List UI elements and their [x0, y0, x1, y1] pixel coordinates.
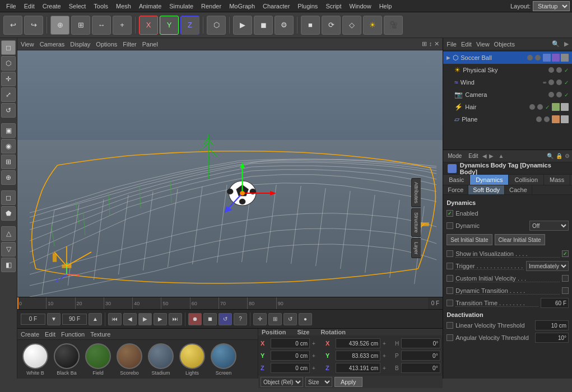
redo-btn[interactable]: ↪ — [24, 16, 43, 35]
attr-edit-btn[interactable]: Edit — [466, 153, 480, 159]
select-tool[interactable]: + — [113, 16, 132, 35]
step-forward-btn[interactable]: ▶ — [154, 313, 167, 325]
scene-obj-soccerball[interactable]: ▶ ⬡ Soccer Ball — [443, 52, 572, 64]
material-stadium[interactable]: Stadium — [146, 343, 175, 376]
trans-time-checkbox[interactable] — [447, 300, 453, 306]
menu-animate[interactable]: Animate — [135, 0, 165, 12]
scene-file-menu[interactable]: File — [447, 41, 457, 48]
menu-render[interactable]: Render — [197, 0, 225, 12]
attr-tab-basic[interactable]: Basic — [443, 175, 470, 185]
scene-obj-camera[interactable]: 📷 Camera ✓ — [443, 88, 572, 101]
axis-tool[interactable]: ⊕ — [1, 170, 16, 185]
scene-obj-physicalsky[interactable]: ☀ Physical Sky ✓ — [443, 64, 572, 76]
material-scoreboard[interactable]: Scorebo — [115, 343, 144, 376]
deform-btn[interactable]: ◇ — [342, 16, 361, 35]
plane-tag-1[interactable] — [552, 115, 560, 123]
stop-btn[interactable]: ⏹ — [203, 313, 217, 325]
menu-mograph[interactable]: MoGraph — [225, 0, 259, 12]
soccerball-vis-dot[interactable] — [527, 55, 533, 60]
physicalsky-render-dot[interactable] — [556, 67, 562, 73]
undo-btn[interactable]: ↩ — [3, 16, 22, 35]
end-frame-input[interactable] — [62, 314, 87, 325]
menu-file[interactable]: File — [2, 0, 20, 12]
viewport[interactable]: Perspective — [17, 50, 443, 297]
wind-render-dot[interactable] — [556, 80, 562, 85]
object-mode-btn[interactable]: ⬡ — [207, 16, 226, 35]
wind-vis-dot[interactable] — [548, 80, 554, 85]
loop-btn[interactable]: ↺ — [218, 313, 232, 325]
rot-pb-btn[interactable]: ↺ — [283, 313, 297, 325]
attr-up-btn[interactable]: ▲ — [498, 153, 504, 159]
go-end-btn[interactable]: ⏭ — [169, 313, 182, 325]
camera-btn[interactable]: 🎥 — [384, 16, 403, 35]
scene-objects-menu[interactable]: Objects — [494, 41, 515, 48]
rot-b-input[interactable] — [401, 363, 440, 373]
select-tool-left[interactable]: ◻ — [1, 40, 16, 55]
show-vis-check-right[interactable]: ✓ — [562, 250, 569, 257]
floor-tool[interactable]: ▽ — [1, 242, 16, 256]
rotate-tool-left[interactable]: ↺ — [1, 103, 16, 118]
side-tab-attributes[interactable]: Attributes — [411, 178, 421, 207]
material-black[interactable]: Black Ba — [52, 343, 81, 376]
scene-arrow-icon[interactable]: ▶ — [564, 40, 569, 48]
side-tab-layer[interactable]: Layer — [411, 238, 421, 259]
menu-simulate[interactable]: Simulate — [165, 0, 197, 12]
attr-lock-icon[interactable]: 🔒 — [556, 153, 562, 159]
workplane-tool[interactable]: ⊞ — [1, 155, 16, 169]
camera-render-dot[interactable] — [556, 92, 562, 97]
viewport-fullscreen-icon[interactable]: ↕ — [429, 40, 433, 48]
material-field-ball[interactable] — [85, 343, 111, 369]
scale-tool[interactable]: ↔ — [92, 16, 111, 35]
y-axis-btn[interactable]: Y — [160, 16, 179, 35]
attr-forward-btn[interactable]: ▶ — [489, 153, 494, 159]
scene-view-menu[interactable]: View — [476, 41, 490, 48]
step-back-btn[interactable]: ◀ — [123, 313, 137, 325]
attr-back-btn[interactable]: ◀ — [482, 153, 487, 159]
angular-vel-input[interactable] — [535, 333, 569, 343]
material-lights[interactable]: Lights — [178, 343, 207, 376]
pos-z-input[interactable] — [271, 363, 310, 373]
frame-step-down[interactable]: ▼ — [47, 313, 61, 325]
auto-key[interactable]: ● — [299, 313, 312, 325]
viewport-cameras-menu[interactable]: Cameras — [40, 41, 65, 48]
viewport-filter-menu[interactable]: Filter — [123, 41, 136, 48]
move-tool[interactable]: ⊕ — [50, 16, 69, 35]
render-settings-btn[interactable]: ⚙ — [275, 16, 294, 35]
hair-tag-1[interactable] — [552, 103, 560, 111]
menu-select[interactable]: Select — [65, 0, 90, 12]
scale-pb-btn[interactable]: ⊞ — [268, 313, 282, 325]
record-btn[interactable]: ⏺ — [188, 313, 202, 325]
timeline-cursor[interactable] — [17, 297, 18, 309]
live-select-tool[interactable]: ⬡ — [1, 56, 16, 71]
menu-character[interactable]: Character — [259, 0, 294, 12]
viewport-panel-menu[interactable]: Panel — [142, 41, 158, 48]
timeline[interactable]: 0 10 20 30 40 50 60 70 80 90 0 F — [17, 297, 443, 309]
material-black-ball[interactable] — [54, 343, 80, 369]
size-z-input[interactable] — [336, 363, 380, 373]
snap-tool[interactable]: ◻ — [1, 190, 16, 205]
material-screen-ball[interactable] — [211, 343, 236, 369]
viewport-display-menu[interactable]: Display — [70, 41, 90, 48]
pos-y-input[interactable] — [271, 351, 310, 361]
cube-btn[interactable]: ■ — [301, 16, 320, 35]
scene-search-icon[interactable]: 🔍 — [552, 40, 560, 48]
plane-vis-dot[interactable] — [536, 116, 542, 122]
viewport-options-menu[interactable]: Options — [96, 41, 117, 48]
current-frame-input[interactable] — [21, 314, 45, 325]
go-start-btn[interactable]: ⏮ — [108, 313, 122, 325]
attr-subtab-force[interactable]: Force — [443, 185, 468, 194]
magnet-tool[interactable]: ⬟ — [1, 206, 16, 221]
frame-step-up[interactable]: ▲ — [89, 313, 102, 325]
trigger-dropdown[interactable]: Immediately On Collision — [526, 261, 569, 271]
physicalsky-vis-dot[interactable] — [548, 67, 554, 73]
material-white-ball[interactable] — [22, 343, 48, 369]
mat-create[interactable]: Create — [21, 331, 39, 338]
mesh-check-tool[interactable]: △ — [1, 226, 16, 241]
linear-vel-input[interactable] — [535, 320, 569, 330]
timeline-bar[interactable]: 0 10 20 30 40 50 60 70 80 90 — [17, 297, 428, 309]
apply-button[interactable]: Apply — [334, 377, 362, 387]
custom-vel-checkbox[interactable] — [447, 275, 453, 282]
move-tool-left[interactable]: ✛ — [1, 72, 16, 86]
mat-edit[interactable]: Edit — [45, 331, 55, 338]
attr-tab-dynamics[interactable]: Dynamics — [470, 175, 509, 185]
